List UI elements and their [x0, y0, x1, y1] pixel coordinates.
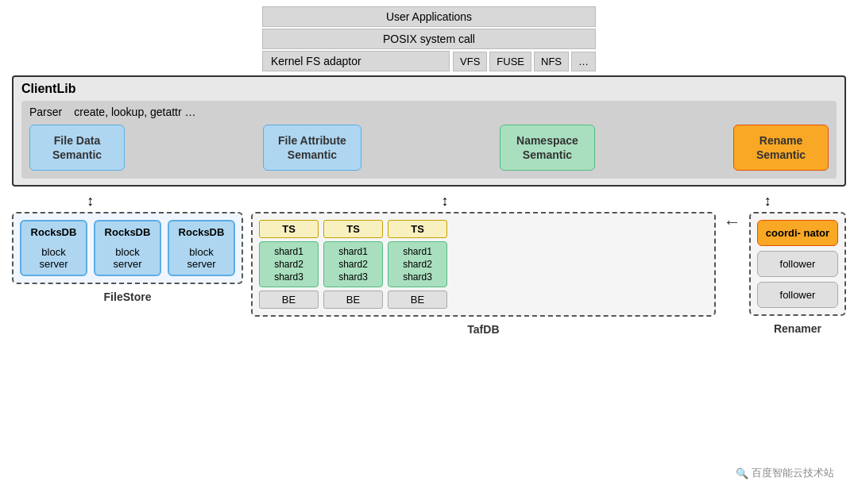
parser-ops: create, lookup, getattr …	[74, 106, 195, 118]
arrow-tafdb: ↕	[441, 193, 448, 210]
blockserver-1: RocksDB blockserver	[20, 220, 87, 276]
shard2-2: shard2	[329, 258, 377, 271]
tafdb-col-3: TS shard1 shard2 shard3 BE	[388, 220, 447, 309]
file-attr-semantic: File AttributeSemantic	[263, 125, 361, 171]
ts-label-3: TS	[388, 220, 447, 238]
rocksdb-3: RocksDB	[177, 226, 226, 238]
shard1-2: shard1	[329, 245, 377, 258]
watermark-icon: 🔍	[736, 467, 748, 479]
watermark: 🔍 百度智能云技术站	[736, 466, 834, 480]
clientlib-title: ClientLib	[21, 82, 75, 96]
kernel-row: Kernel FS adaptor VFS FUSE NFS …	[262, 51, 596, 71]
ts-label-1: TS	[259, 220, 319, 238]
shard3-1: shard3	[265, 271, 313, 283]
shard2-3: shard2	[393, 258, 442, 271]
kernel-chips: VFS FUSE NFS …	[453, 52, 596, 71]
fuse-chip: FUSE	[489, 52, 531, 71]
filestore-container: RocksDB blockserver RocksDB blockserver …	[12, 212, 243, 303]
parser-label: Parser	[29, 106, 62, 118]
tafdb-title: TafDB	[467, 323, 499, 336]
kernel-label: Kernel FS adaptor	[262, 51, 450, 71]
tafdb-container: TS shard1 shard2 shard3 BE TS shard1 sha…	[251, 212, 716, 336]
clientlib-box: ClientLib Parser create, lookup, getattr…	[12, 75, 846, 187]
be-label-2: BE	[323, 290, 383, 309]
arrow-filestore: ↕	[87, 193, 94, 210]
vfs-chip: VFS	[453, 52, 487, 71]
ts-label-2: TS	[323, 220, 383, 238]
clientlib-inner: Parser create, lookup, getattr … File Da…	[21, 101, 837, 179]
shard3-3: shard3	[393, 271, 442, 283]
rocksdb-1: RocksDB	[29, 226, 78, 238]
tafdb-col-1: TS shard1 shard2 shard3 BE	[259, 220, 319, 309]
clientlib-header: ClientLib	[21, 82, 837, 96]
blockserver-3: RocksDB blockserver	[168, 220, 235, 276]
shard2-1: shard2	[265, 258, 313, 271]
namespace-semantic: NamespaceSemantic	[500, 125, 595, 171]
be-label-1: BE	[259, 290, 319, 309]
tafdb-box: TS shard1 shard2 shard3 BE TS shard1 sha…	[251, 212, 716, 317]
rename-semantic: RenameSemantic	[733, 125, 829, 171]
arrow-renamer: ↕	[764, 193, 771, 210]
shard1-3: shard1	[393, 245, 442, 258]
blockserver-label-3: blockserver	[177, 246, 226, 270]
renamer-box: coordi- nator follower follower	[749, 212, 846, 316]
blockserver-label-1: blockserver	[29, 246, 78, 270]
shard-group-1: shard1 shard2 shard3	[259, 241, 319, 287]
left-arrow-icon: ←	[724, 212, 741, 233]
arrows-row: ↕ ↕ ↕	[12, 193, 846, 210]
bottom-section: RocksDB blockserver RocksDB blockserver …	[12, 212, 846, 498]
coordinator-box: coordi- nator	[757, 220, 838, 246]
follower-box-1: follower	[757, 251, 838, 277]
shard1-1: shard1	[265, 245, 313, 258]
top-bars-section: User Applications POSIX system call Kern…	[12, 6, 846, 71]
filestore-box: RocksDB blockserver RocksDB blockserver …	[12, 212, 243, 284]
user-applications-bar: User Applications	[262, 6, 596, 27]
nfs-chip: NFS	[534, 52, 569, 71]
be-label-3: BE	[388, 290, 447, 309]
dots-chip: …	[571, 52, 596, 71]
file-data-semantic: File DataSemantic	[29, 125, 125, 171]
shard-group-3: shard1 shard2 shard3	[388, 241, 447, 287]
watermark-text: 百度智能云技术站	[752, 466, 834, 480]
horizontal-arrow: ←	[724, 212, 741, 252]
renamer-title: Renamer	[774, 322, 821, 335]
semantics-row: File DataSemantic File AttributeSemantic…	[29, 125, 829, 171]
blockserver-2: RocksDB blockserver	[94, 220, 161, 276]
shard3-2: shard3	[329, 271, 377, 283]
rocksdb-2: RocksDB	[103, 226, 152, 238]
renamer-container: coordi- nator follower follower Renamer	[749, 212, 846, 335]
blockserver-label-2: blockserver	[103, 246, 152, 270]
tafdb-col-2: TS shard1 shard2 shard3 BE	[323, 220, 383, 309]
posix-bar: POSIX system call	[262, 29, 596, 49]
main-layout: User Applications POSIX system call Kern…	[0, 0, 858, 504]
shard-group-2: shard1 shard2 shard3	[323, 241, 383, 287]
filestore-title: FileStore	[104, 290, 152, 303]
follower-box-2: follower	[757, 282, 838, 308]
